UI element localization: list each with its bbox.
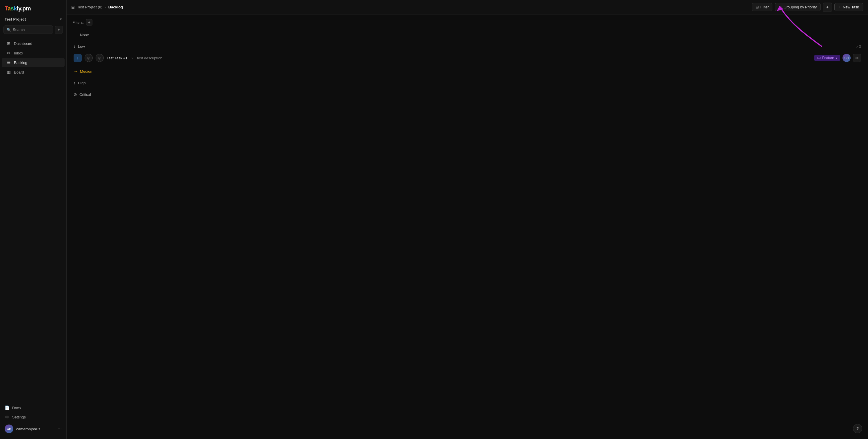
high-priority-label: High: [78, 81, 86, 85]
priority-section-low: ↓ Low ○ 3 ↓ ◎ ◎ Test Task #1 ›: [72, 42, 862, 64]
topbar-actions: ⊟ Filter ⊞ Grouping by Priority ✦ + New …: [752, 3, 864, 12]
tag-icon: 🏷: [817, 56, 820, 60]
add-filter-button[interactable]: +: [86, 19, 92, 26]
none-priority-icon: —: [73, 32, 78, 37]
logo-rest: ly.pm: [17, 5, 31, 11]
priority-header-critical[interactable]: ⊙ Critical: [72, 90, 862, 99]
backlog-icon: ☰: [6, 60, 11, 65]
search-row: 🔍 Search +: [0, 23, 66, 36]
filter-icon: ⊟: [755, 5, 759, 9]
topbar: ⊞ Test Project (8) › Backlog ⊟ Filter ⊞ …: [67, 0, 868, 14]
sidebar: Taskly.pm Test Project ▾ 🔍 Search + ⊞ Da…: [0, 0, 67, 439]
breadcrumb-current: Backlog: [108, 5, 123, 9]
grouping-button[interactable]: ⊞ Grouping by Priority: [775, 3, 820, 11]
task-description: test description: [137, 56, 162, 60]
medium-priority-label: Medium: [80, 69, 93, 73]
priority-header-medium[interactable]: → Medium: [72, 67, 862, 76]
app-logo: Taskly.pm: [0, 0, 66, 15]
project-name: Test Project: [5, 17, 26, 22]
user-menu-icon[interactable]: ⋯: [58, 427, 62, 431]
logo-s: s: [11, 5, 14, 11]
add-item-button[interactable]: +: [55, 26, 63, 34]
project-chevron-icon: ▾: [60, 18, 62, 21]
avatar[interactable]: CH: [842, 54, 850, 62]
sidebar-item-backlog[interactable]: ☰ Backlog: [2, 58, 65, 67]
filters-row: Filters: +: [72, 19, 862, 26]
filter-label: Filter: [761, 5, 769, 9]
sidebar-item-label: Board: [14, 70, 24, 74]
priority-section-medium: → Medium: [72, 67, 862, 76]
sidebar-item-inbox[interactable]: ✉ Inbox: [2, 49, 65, 58]
board-icon: ▦: [6, 70, 11, 74]
sidebar-item-docs[interactable]: 📄 Docs: [0, 403, 66, 412]
tag-label: Feature: [822, 56, 834, 60]
breadcrumb-project[interactable]: Test Project (8): [77, 5, 102, 9]
count-circle-icon: ○: [856, 44, 858, 49]
logo-k: k: [13, 5, 17, 11]
search-box[interactable]: 🔍 Search: [3, 26, 53, 34]
help-icon: ?: [857, 426, 859, 431]
sparkle-icon: ✦: [826, 5, 829, 9]
low-count-badge: ○ 3: [856, 44, 861, 49]
feature-tag[interactable]: 🏷 Feature ▾: [814, 55, 840, 61]
task-status-button[interactable]: ◎: [85, 54, 93, 62]
priority-down-icon: ↓: [77, 56, 79, 60]
help-button[interactable]: ?: [853, 424, 862, 433]
sidebar-nav: ⊞ Dashboard ✉ Inbox ☰ Backlog ▦ Board: [0, 36, 66, 400]
sidebar-item-label: Inbox: [14, 51, 23, 55]
logo-t: T: [5, 5, 7, 11]
docs-label: Docs: [12, 406, 21, 410]
critical-priority-icon: ⊙: [73, 92, 77, 97]
task-right-actions: 🏷 Feature ▾ CH ⚙: [814, 54, 861, 62]
feature-chevron-icon: ▾: [836, 57, 837, 60]
task-type-button[interactable]: ◎: [96, 54, 104, 62]
priority-section-high: ↑ High: [72, 78, 862, 88]
sidebar-item-settings[interactable]: ⚙ Settings: [0, 412, 66, 421]
status-icon: ◎: [87, 56, 90, 60]
filter-button[interactable]: ⊟ Filter: [752, 3, 773, 11]
settings-label: Settings: [12, 415, 26, 419]
task-separator: ›: [131, 56, 133, 60]
user-profile[interactable]: CH cameronjhollis ⋯: [0, 421, 66, 436]
search-label: Search: [13, 28, 25, 32]
dashboard-icon: ⊞: [6, 41, 11, 46]
logo-a: a: [7, 5, 11, 11]
docs-icon: 📄: [5, 405, 9, 410]
main-content: ⊞ Test Project (8) › Backlog ⊟ Filter ⊞ …: [67, 0, 868, 439]
sparkle-button[interactable]: ✦: [823, 3, 832, 12]
settings-icon: ⚙: [5, 415, 9, 419]
new-task-label: New Task: [843, 5, 859, 9]
medium-priority-icon: →: [73, 69, 78, 73]
settings-gear-icon: ⚙: [855, 56, 859, 60]
priority-header-high[interactable]: ↑ High: [72, 78, 862, 88]
new-task-button[interactable]: + New Task: [834, 3, 863, 11]
low-priority-icon: ↓: [73, 44, 75, 49]
content-area: Filters: + — None ↓ Low ○ 3 ↓: [67, 14, 868, 439]
sidebar-item-label: Dashboard: [14, 41, 32, 46]
breadcrumb-grid-icon: ⊞: [71, 5, 75, 9]
plus-icon: +: [839, 5, 841, 9]
sidebar-bottom: 📄 Docs ⚙ Settings CH cameronjhollis ⋯: [0, 400, 66, 439]
breadcrumb: ⊞ Test Project (8) › Backlog: [71, 5, 123, 9]
sidebar-item-board[interactable]: ▦ Board: [2, 67, 65, 77]
low-count: 3: [859, 44, 861, 49]
inbox-icon: ✉: [6, 51, 11, 55]
task-settings-button[interactable]: ⚙: [853, 54, 861, 62]
priority-header-none[interactable]: — None: [72, 30, 862, 39]
table-row: ↓ ◎ ◎ Test Task #1 › test description 🏷 …: [72, 52, 862, 64]
project-selector[interactable]: Test Project ▾: [0, 15, 66, 23]
task-name: Test Task #1: [106, 56, 127, 60]
task-priority-button[interactable]: ↓: [73, 54, 82, 62]
sidebar-item-label: Backlog: [14, 61, 27, 65]
type-icon: ◎: [98, 56, 101, 60]
grouping-label: Grouping by Priority: [783, 5, 817, 9]
breadcrumb-separator: ›: [104, 5, 106, 9]
low-priority-label: Low: [78, 44, 85, 49]
critical-priority-label: Critical: [80, 92, 91, 97]
avatar: CH: [5, 425, 13, 433]
none-priority-label: None: [80, 33, 89, 37]
filters-label: Filters:: [72, 20, 84, 25]
sidebar-item-dashboard[interactable]: ⊞ Dashboard: [2, 39, 65, 48]
priority-header-low[interactable]: ↓ Low ○ 3: [72, 42, 862, 51]
priority-section-critical: ⊙ Critical: [72, 90, 862, 99]
